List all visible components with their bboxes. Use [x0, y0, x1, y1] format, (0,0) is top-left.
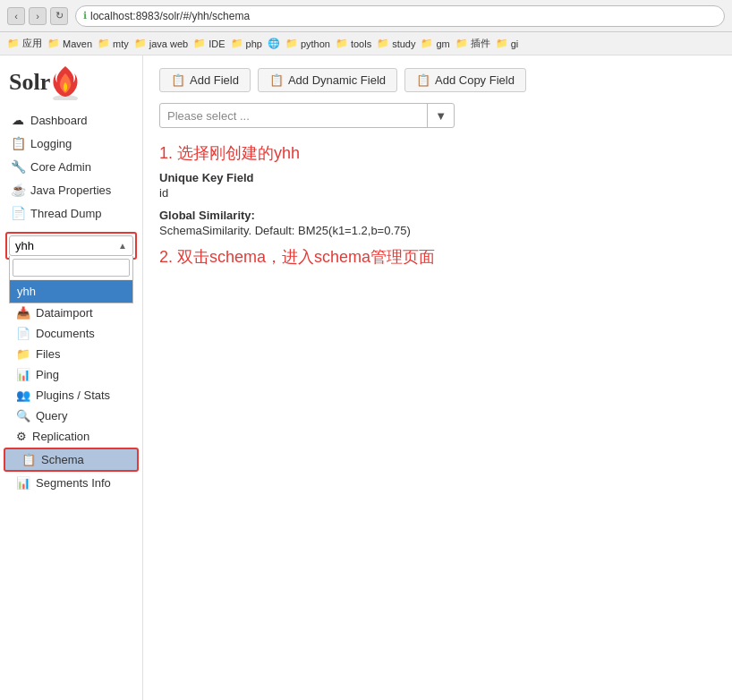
bookmark-globe[interactable]: 🌐 [268, 38, 280, 49]
sidebar-item-logging[interactable]: 📋 Logging [0, 132, 142, 155]
bookmark-label: 插件 [471, 37, 490, 50]
ping-icon: 📊 [16, 368, 30, 381]
bookmark-ide[interactable]: 📁 IDE [193, 38, 225, 49]
bookmark-study[interactable]: 📁 study [377, 38, 415, 49]
sub-item-plugins[interactable]: 👥 Plugins / Stats [0, 385, 142, 405]
sidebar: Solr ☁ Dashboard 📋 Logging 🔧 C [0, 55, 143, 700]
bookmark-label: java web [149, 38, 188, 49]
bookmark-gm[interactable]: 📁 gm [421, 38, 449, 49]
core-search-input[interactable] [13, 259, 130, 277]
bookmark-javaweb[interactable]: 📁 java web [134, 38, 188, 49]
bookmark-label: gm [436, 38, 449, 49]
sidebar-item-label: Dashboard [30, 114, 88, 127]
bookmark-label: mty [113, 38, 129, 49]
bookmark-tools[interactable]: 📁 tools [336, 38, 371, 49]
bookmark-label: php [246, 38, 262, 49]
sub-item-ping[interactable]: 📊 Ping [0, 364, 142, 385]
flame-icon [50, 64, 81, 100]
sidebar-item-label: Thread Dump [30, 207, 101, 220]
thread-dump-icon: 📄 [11, 206, 25, 220]
bookmark-gi[interactable]: 📁 gi [496, 38, 519, 49]
core-option-yhh[interactable]: yhh [10, 280, 132, 303]
url-text: localhost:8983/solr/#/yhh/schema [90, 10, 250, 22]
field-selector[interactable]: Please select ... ▼ [159, 103, 455, 128]
core-selected-value: yhh [15, 239, 34, 252]
bookmark-maven[interactable]: 📁 Maven [47, 38, 92, 49]
global-similarity-label: Global Similarity: [159, 209, 716, 222]
sub-item-documents[interactable]: 📄 Documents [0, 323, 142, 344]
folder-icon: 📁 [421, 38, 433, 49]
sub-item-dataimport[interactable]: 📥 Dataimport [0, 303, 142, 323]
bookmark-plugin[interactable]: 📁 插件 [455, 37, 490, 50]
unique-key-section: Unique Key Field id [159, 171, 716, 200]
bookmark-apps[interactable]: 📁 应用 [7, 37, 42, 50]
folder-icon: 📁 [7, 38, 20, 49]
sidebar-item-thread-dump[interactable]: 📄 Thread Dump [0, 201, 142, 225]
core-select-trigger[interactable]: yhh ▲ [9, 235, 133, 256]
files-icon: 📁 [16, 347, 30, 361]
bookmark-python[interactable]: 📁 python [285, 38, 330, 49]
annotation-step2: 2. 双击schema，进入schema管理页面 [159, 246, 716, 268]
folder-icon: 📁 [193, 38, 206, 49]
bookmark-label: tools [351, 38, 371, 49]
bookmark-label: Maven [63, 38, 92, 49]
query-icon: 🔍 [16, 409, 30, 423]
add-dynamic-field-button[interactable]: 📋 Add Dynamic Field [258, 68, 397, 92]
sub-item-files[interactable]: 📁 Files [0, 344, 142, 364]
plugins-icon: 👥 [16, 388, 30, 402]
java-icon: ☕ [11, 183, 25, 197]
add-copy-field-button[interactable]: 📋 Add Copy Field [404, 68, 526, 92]
core-admin-icon: 🔧 [11, 159, 25, 174]
sidebar-nav: ☁ Dashboard 📋 Logging 🔧 Core Admin ☕ Jav… [0, 105, 142, 228]
folder-icon: 📁 [285, 38, 298, 49]
sidebar-item-java-properties[interactable]: ☕ Java Properties [0, 178, 142, 201]
bookmark-mty[interactable]: 📁 mty [98, 38, 129, 49]
add-field-icon: 📋 [171, 73, 185, 87]
bookmark-label: 应用 [22, 37, 42, 50]
bookmark-label: gi [511, 38, 519, 49]
secure-icon: ℹ [83, 10, 87, 21]
add-field-button[interactable]: 📋 Add Field [159, 68, 251, 92]
address-bar[interactable]: ℹ localhost:8983/solr/#/yhh/schema [75, 5, 725, 27]
field-selector-placeholder: Please select ... [160, 109, 427, 123]
folder-icon: 📁 [377, 38, 389, 49]
add-dynamic-icon: 📋 [269, 73, 284, 87]
logo-area: Solr [0, 55, 142, 105]
global-similarity-value: SchemaSimilarity. Default: BM25(k1=1.2,b… [159, 224, 716, 237]
chevron-down-icon: ▲ [118, 241, 127, 251]
unique-key-value: id [159, 186, 716, 200]
main-layout: Solr ☁ Dashboard 📋 Logging 🔧 C [0, 55, 732, 700]
sidebar-item-dashboard[interactable]: ☁ Dashboard [0, 108, 142, 132]
documents-icon: 📄 [16, 327, 30, 340]
folder-icon: 📁 [98, 38, 110, 49]
sidebar-item-label: Logging [30, 137, 72, 150]
folder-icon: 📁 [455, 38, 468, 49]
folder-icon: 📁 [134, 38, 147, 49]
folder-icon: 📁 [47, 38, 60, 49]
solr-text: Solr [9, 69, 50, 96]
sub-nav: 📥 Dataimport 📄 Documents 📁 Files 📊 Ping … [0, 303, 142, 493]
bookmark-php[interactable]: 📁 php [231, 38, 262, 49]
sidebar-item-label: Java Properties [30, 184, 111, 197]
sub-item-schema[interactable]: 📋 Schema [4, 448, 139, 472]
core-selector-box: yhh ▲ yhh [5, 232, 137, 260]
folder-icon: 📁 [336, 38, 348, 49]
dashboard-icon: ☁ [11, 113, 25, 127]
sub-item-replication[interactable]: ⚙ Replication [0, 426, 142, 447]
core-search-box [10, 256, 132, 280]
unique-key-label: Unique Key Field [159, 171, 716, 184]
sidebar-item-label: Core Admin [30, 160, 91, 174]
logging-icon: 📋 [11, 136, 25, 150]
schema-icon: 📋 [21, 453, 36, 466]
bookmarks-bar: 📁 应用 📁 Maven 📁 mty 📁 java web 📁 IDE 📁 ph… [0, 32, 732, 55]
bookmark-label: python [301, 38, 330, 49]
back-button[interactable]: ‹ [7, 7, 25, 25]
sidebar-item-core-admin[interactable]: 🔧 Core Admin [0, 155, 142, 178]
solr-logo: Solr [9, 64, 81, 100]
sub-item-segments[interactable]: 📊 Segments Info [0, 473, 142, 493]
globe-icon: 🌐 [268, 38, 280, 49]
sub-item-query[interactable]: 🔍 Query [0, 405, 142, 426]
refresh-button[interactable]: ↻ [50, 7, 68, 25]
global-similarity-section: Global Similarity: SchemaSimilarity. Def… [159, 209, 716, 237]
forward-button[interactable]: › [29, 7, 47, 25]
